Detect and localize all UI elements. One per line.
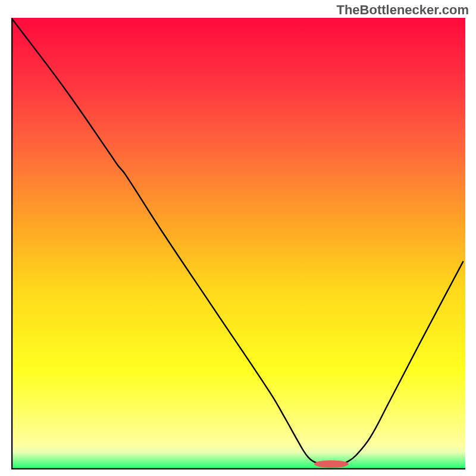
optimal-marker <box>314 460 349 468</box>
chart-container: TheBottlenecker.com <box>0 0 476 476</box>
bottleneck-chart <box>11 18 465 469</box>
chart-svg <box>11 18 465 469</box>
chart-background <box>11 18 465 469</box>
axis-bottom <box>11 468 465 469</box>
axis-left <box>11 18 12 469</box>
watermark-text: TheBottlenecker.com <box>336 2 469 18</box>
